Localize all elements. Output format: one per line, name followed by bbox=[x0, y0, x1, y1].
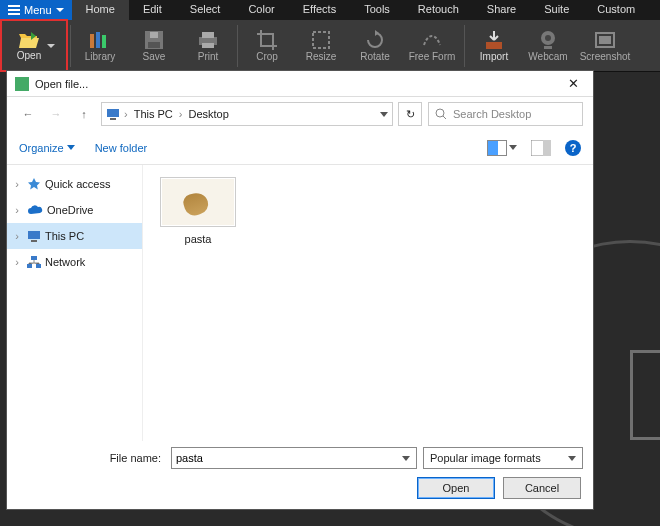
ribbon-crop-button[interactable]: Crop bbox=[240, 20, 294, 71]
sidebar-item-quickaccess[interactable]: › Quick access bbox=[7, 171, 142, 197]
dialog-footer: File name: Popular image formats Open Ca… bbox=[7, 441, 593, 509]
svg-rect-25 bbox=[36, 264, 41, 268]
filename-label: File name: bbox=[17, 452, 165, 464]
crop-icon bbox=[255, 29, 279, 51]
rotate-icon bbox=[363, 29, 387, 51]
ribbon-print-button[interactable]: Print bbox=[181, 20, 235, 71]
ribbon-webcam-button[interactable]: Webcam bbox=[521, 20, 575, 71]
folder-open-icon bbox=[17, 30, 41, 50]
address-bar[interactable]: › This PC › Desktop bbox=[101, 102, 393, 126]
svg-rect-2 bbox=[102, 35, 106, 48]
tab-edit[interactable]: Edit bbox=[129, 0, 176, 20]
ribbon-screenshot-button[interactable]: Screenshot bbox=[575, 20, 635, 71]
refresh-button[interactable]: ↻ bbox=[398, 102, 422, 126]
disclosure-icon[interactable]: › bbox=[11, 204, 23, 216]
network-icon bbox=[27, 255, 41, 269]
monitor-icon bbox=[106, 108, 120, 120]
menubar: Menu Home Edit Select Color Effects Tool… bbox=[0, 0, 660, 20]
ribbon: Open Library Save Print Crop Resize Rota… bbox=[0, 20, 660, 72]
ribbon-import-button[interactable]: Import bbox=[467, 20, 521, 71]
filetype-filter[interactable]: Popular image formats bbox=[423, 447, 583, 469]
breadcrumb-path[interactable]: Desktop bbox=[186, 108, 230, 120]
app-icon bbox=[15, 77, 29, 91]
tab-custom[interactable]: Custom bbox=[583, 0, 649, 20]
chevron-down-icon bbox=[56, 8, 64, 12]
dialog-toolbar: Organize New folder ? bbox=[7, 131, 593, 165]
sidebar-item-thispc[interactable]: › This PC bbox=[7, 223, 142, 249]
disclosure-icon[interactable]: › bbox=[11, 178, 23, 190]
ribbon-freeform-button[interactable]: Free Form bbox=[402, 20, 462, 71]
open-file-dialog: Open file... ✕ ← → ↑ › This PC › Desktop… bbox=[6, 70, 594, 510]
monitor-icon bbox=[27, 230, 41, 242]
ribbon-open-label: Open bbox=[17, 50, 41, 61]
newfolder-button[interactable]: New folder bbox=[95, 142, 148, 154]
view-mode-button[interactable] bbox=[487, 140, 507, 156]
filename-field[interactable] bbox=[172, 452, 396, 464]
nav-forward-button[interactable]: → bbox=[45, 103, 67, 125]
svg-rect-17 bbox=[110, 118, 116, 120]
ribbon-open-button[interactable]: Open bbox=[4, 20, 68, 71]
chevron-down-icon bbox=[568, 456, 576, 461]
chevron-right-icon: › bbox=[124, 108, 128, 120]
svg-rect-20 bbox=[543, 140, 551, 156]
cancel-button[interactable]: Cancel bbox=[503, 477, 581, 499]
menu-dropdown-button[interactable]: Menu bbox=[0, 0, 72, 20]
sidebar-item-network[interactable]: › Network bbox=[7, 249, 142, 275]
svg-rect-8 bbox=[202, 43, 214, 48]
dialog-titlebar: Open file... ✕ bbox=[7, 71, 593, 97]
svg-rect-15 bbox=[599, 36, 611, 44]
chevron-down-icon bbox=[47, 44, 55, 48]
svg-rect-9 bbox=[313, 32, 329, 48]
preview-pane-button[interactable] bbox=[531, 140, 551, 156]
library-icon bbox=[88, 29, 112, 51]
file-list[interactable]: pasta bbox=[143, 165, 593, 441]
svg-rect-5 bbox=[150, 32, 158, 38]
disclosure-icon[interactable]: › bbox=[11, 230, 23, 242]
nav-up-button[interactable]: ↑ bbox=[73, 103, 95, 125]
open-button[interactable]: Open bbox=[417, 477, 495, 499]
filename-input[interactable] bbox=[171, 447, 417, 469]
nav-back-button[interactable]: ← bbox=[17, 103, 39, 125]
ribbon-rotate-button[interactable]: Rotate bbox=[348, 20, 402, 71]
disclosure-icon[interactable]: › bbox=[11, 256, 23, 268]
search-placeholder: Search Desktop bbox=[453, 108, 531, 120]
svg-rect-21 bbox=[28, 231, 40, 239]
import-icon bbox=[482, 29, 506, 51]
tab-effects[interactable]: Effects bbox=[289, 0, 350, 20]
screenshot-icon bbox=[593, 29, 617, 51]
chevron-down-icon[interactable] bbox=[509, 145, 517, 150]
print-icon bbox=[196, 29, 220, 51]
svg-rect-13 bbox=[544, 46, 552, 49]
close-icon[interactable]: ✕ bbox=[562, 76, 585, 91]
svg-point-12 bbox=[545, 35, 551, 41]
ribbon-resize-button[interactable]: Resize bbox=[294, 20, 348, 71]
breadcrumb-root[interactable]: This PC bbox=[132, 108, 175, 120]
tab-suite[interactable]: Suite bbox=[530, 0, 583, 20]
svg-rect-22 bbox=[31, 240, 37, 242]
tab-tools[interactable]: Tools bbox=[350, 0, 404, 20]
svg-point-18 bbox=[436, 109, 444, 117]
sidebar-item-onedrive[interactable]: › OneDrive bbox=[7, 197, 142, 223]
tab-select[interactable]: Select bbox=[176, 0, 235, 20]
svg-rect-10 bbox=[486, 42, 502, 49]
dialog-title: Open file... bbox=[35, 78, 88, 90]
freeform-icon bbox=[420, 29, 444, 51]
ribbon-save-button[interactable]: Save bbox=[127, 20, 181, 71]
organize-button[interactable]: Organize bbox=[19, 142, 75, 154]
tab-home[interactable]: Home bbox=[72, 0, 129, 20]
svg-rect-23 bbox=[31, 256, 37, 260]
file-item[interactable]: pasta bbox=[155, 177, 241, 245]
help-button[interactable]: ? bbox=[565, 140, 581, 156]
chevron-right-icon: › bbox=[179, 108, 183, 120]
tab-color[interactable]: Color bbox=[234, 0, 288, 20]
chevron-down-icon[interactable] bbox=[380, 112, 388, 117]
chevron-down-icon[interactable] bbox=[402, 456, 410, 461]
tab-share[interactable]: Share bbox=[473, 0, 530, 20]
dialog-nav: ← → ↑ › This PC › Desktop ↻ Search Deskt… bbox=[7, 97, 593, 131]
ribbon-library-button[interactable]: Library bbox=[73, 20, 127, 71]
file-label: pasta bbox=[185, 233, 212, 245]
cloud-icon bbox=[27, 204, 43, 216]
svg-rect-7 bbox=[202, 32, 214, 38]
search-input[interactable]: Search Desktop bbox=[428, 102, 583, 126]
tab-retouch[interactable]: Retouch bbox=[404, 0, 473, 20]
